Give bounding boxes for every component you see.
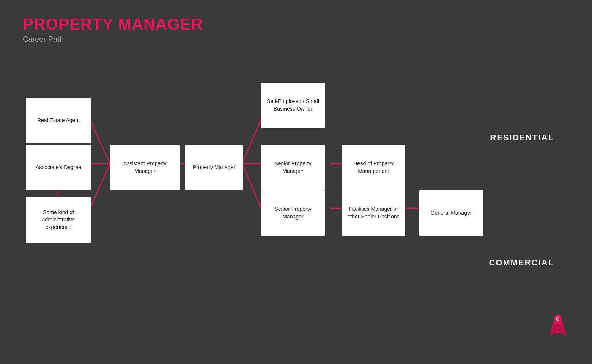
page-header: PROPERTY MANAGER Career Path <box>23 15 203 44</box>
residential-label: RESIDENTIAL <box>490 133 554 143</box>
page-title: PROPERTY MANAGER <box>23 15 203 33</box>
card-property-manager: Property Manager <box>185 145 243 190</box>
logo-container: G <box>546 313 569 341</box>
svg-line-0 <box>90 121 110 164</box>
card-facilities-manager: Facilities Manager or other Senior Posit… <box>342 190 405 236</box>
page-subtitle: Career Path <box>23 35 203 44</box>
card-senior-pm-bottom: Senior Property Manager <box>261 190 325 236</box>
card-real-estate-agent: Real Estate Agent <box>26 98 91 143</box>
svg-line-7 <box>242 164 261 208</box>
card-head-pm: Head of Property Management <box>342 145 405 190</box>
commercial-label: COMMERCIAL <box>489 258 554 268</box>
superhero-logo: G <box>546 313 569 340</box>
card-associates-degree: Associate's Degree <box>26 145 91 190</box>
card-self-employed: Self-Employed / Small Business Owner <box>261 83 325 128</box>
card-assistant-pm: Assistant Property Manager <box>110 145 180 190</box>
card-general-manager: General Manager <box>419 190 483 236</box>
card-admin-experience: Some kind of administrative experience <box>26 197 91 243</box>
svg-line-5 <box>242 119 261 164</box>
card-senior-pm-top: Senior Property Manager <box>261 145 325 190</box>
svg-line-2 <box>90 164 110 208</box>
svg-marker-13 <box>549 324 566 336</box>
svg-text:G: G <box>556 317 559 322</box>
